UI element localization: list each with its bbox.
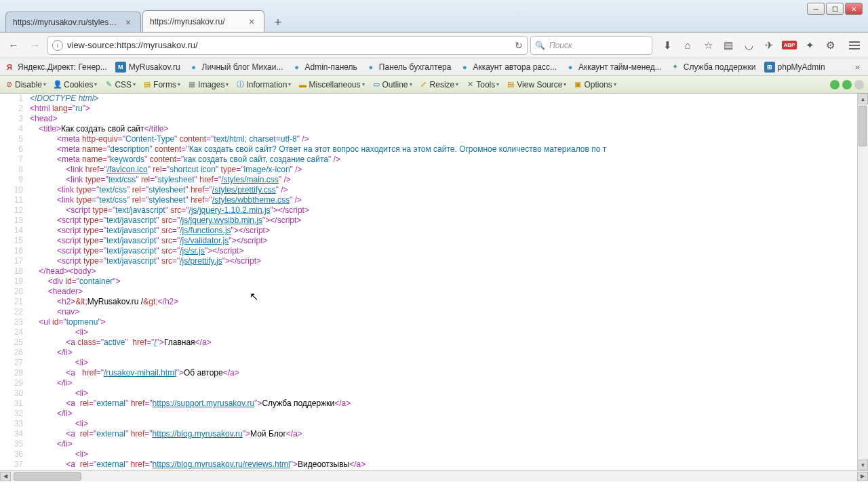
source-line[interactable]: 33 <li>	[0, 419, 868, 429]
source-line[interactable]: 36 <li>	[0, 449, 868, 460]
line-code[interactable]: <script type="text/javascript" src="/js/…	[30, 236, 868, 246]
downloads-icon[interactable]: ⬇	[660, 39, 674, 52]
source-line[interactable]: 1<!DOCTYPE html>	[0, 94, 868, 104]
line-code[interactable]: </li>	[30, 409, 868, 419]
tab-1[interactable]: https://myrusakov.ru/×	[142, 10, 264, 32]
source-line[interactable]: 15 <script type="text/javascript" src="/…	[0, 236, 868, 246]
source-line[interactable]: 13 <script type="text/javascript" src="/…	[0, 216, 868, 226]
url-bar[interactable]: i view-source:https://myrusakov.ru/ ↻	[47, 36, 528, 55]
devtools-icon[interactable]: ⚙	[823, 39, 837, 52]
horizontal-scrollbar[interactable]: ◀ ▶	[0, 470, 868, 481]
source-line[interactable]: 7 <meta name="keywords" content="как соз…	[0, 155, 868, 165]
back-button[interactable]: ←	[4, 36, 23, 55]
site-info-icon[interactable]: i	[52, 40, 63, 51]
source-line[interactable]: 27 <li>	[0, 358, 868, 368]
source-line[interactable]: 32 </li>	[0, 409, 868, 419]
devtool-images[interactable]: ▦Images▾	[187, 80, 229, 89]
line-code[interactable]: <li>	[30, 327, 868, 338]
source-line[interactable]: 17 <script type="text/javascript" src="/…	[0, 256, 868, 266]
bookmark-3[interactable]: ●Admin-панель	[291, 62, 357, 73]
source-line[interactable]: 26 </li>	[0, 348, 868, 358]
maximize-button[interactable]: ☐	[826, 3, 844, 15]
devtool-resize[interactable]: ⤢Resize▾	[419, 80, 459, 89]
line-code[interactable]: <li>	[30, 449, 868, 460]
bookmark-7[interactable]: ✦Служба поддержки	[670, 62, 756, 73]
bookmark-2[interactable]: ●Личный блог Михаи...	[189, 62, 283, 73]
source-line[interactable]: 2<html lang="ru">	[0, 104, 868, 114]
line-code[interactable]: <a rel="external" href="https://blog.myr…	[30, 460, 868, 470]
source-line[interactable]: 22 <nav>	[0, 307, 868, 317]
close-button[interactable]: ✕	[845, 3, 863, 15]
line-code[interactable]: <nav>	[30, 307, 868, 317]
url-text[interactable]: view-source:https://myrusakov.ru/	[67, 40, 511, 50]
minimize-button[interactable]: ─	[807, 3, 825, 15]
vscroll-thumb[interactable]	[859, 106, 867, 146]
source-line[interactable]: 23 <ul id="topmenu">	[0, 317, 868, 327]
devtool-tools[interactable]: ✕Tools▾	[465, 80, 499, 89]
line-code[interactable]: </li>	[30, 439, 868, 449]
line-code[interactable]: <title>Как создать свой сайт</title>	[30, 124, 868, 134]
forward-button[interactable]: →	[26, 36, 45, 55]
source-line[interactable]: 34 <a rel="external" href="https://blog.…	[0, 429, 868, 439]
source-line[interactable]: 11 <link type="text/css" rel="stylesheet…	[0, 195, 868, 205]
line-code[interactable]: <html lang="ru">	[30, 104, 868, 114]
line-code[interactable]: </li>	[30, 348, 868, 358]
library-icon[interactable]: ▤	[722, 39, 735, 52]
line-code[interactable]: <link href="/favicon.ico" rel="shortcut …	[30, 165, 868, 175]
source-line[interactable]: 3<head>	[0, 114, 868, 124]
devtool-forms[interactable]: ▤Forms▾	[142, 80, 180, 89]
line-code[interactable]: <link type="text/css" rel="stylesheet" h…	[30, 195, 868, 205]
bookmark-1[interactable]: MMyRusakov.ru	[115, 62, 180, 73]
line-code[interactable]: <li>	[30, 358, 868, 368]
bookmark-0[interactable]: ЯЯндекс.Директ: Генер...	[4, 62, 107, 73]
vscroll-track[interactable]	[858, 104, 868, 460]
send-icon[interactable]: ✈	[762, 39, 776, 52]
line-code[interactable]: <link type="text/css" rel="stylesheet" h…	[30, 175, 868, 185]
line-code[interactable]: <meta name="keywords" content="как созда…	[30, 155, 868, 165]
line-code[interactable]: <script type="text/javascript" src="/js/…	[30, 226, 868, 236]
source-line[interactable]: 21 <h2>&lt;MyRusakov.ru /&gt;</h2>	[0, 297, 868, 307]
devtool-view source[interactable]: ▤View Source▾	[506, 80, 566, 89]
devtool-outline[interactable]: ▭Outline▾	[372, 80, 412, 89]
source-line[interactable]: 4 <title>Как создать свой сайт</title>	[0, 124, 868, 134]
source-line[interactable]: 31 <a rel="external" href="https://suppo…	[0, 399, 868, 409]
bookmark-5[interactable]: ●Аккаунт автора расс...	[459, 62, 557, 73]
line-code[interactable]: <h2>&lt;MyRusakov.ru /&gt;</h2>	[30, 297, 868, 307]
vertical-scrollbar[interactable]: ▲ ▼	[857, 94, 868, 470]
scroll-down-button[interactable]: ▼	[859, 460, 868, 470]
home-icon[interactable]: ⌂	[681, 39, 694, 52]
bookmark-4[interactable]: ●Панель бухгалтера	[366, 62, 452, 73]
source-line[interactable]: 6 <meta name="description" content="Как …	[0, 144, 868, 155]
extension-icon[interactable]: ✦	[803, 39, 816, 52]
line-code[interactable]: <meta http-equiv="Content-Type" content=…	[30, 134, 868, 144]
source-line[interactable]: 37 <a rel="external" href="https://blog.…	[0, 460, 868, 470]
source-line[interactable]: 19 <div id="container">	[0, 277, 868, 287]
bookmarks-icon[interactable]: ☆	[701, 39, 715, 52]
source-line[interactable]: 16 <script type="text/javascript" src="/…	[0, 246, 868, 256]
search-bar[interactable]: 🔍 Поиск	[530, 36, 652, 55]
line-code[interactable]: <script type="text/javascript" src="/js/…	[30, 246, 868, 256]
line-code[interactable]: <header>	[30, 287, 868, 297]
line-code[interactable]: <a href="/rusakov-mihail.html">Об авторе…	[30, 368, 868, 378]
menu-button[interactable]	[845, 36, 864, 55]
source-line[interactable]: 29 </li>	[0, 378, 868, 388]
source-line[interactable]: 20 <header>	[0, 287, 868, 297]
devtool-cookies[interactable]: 👤Cookies▾	[53, 80, 97, 89]
line-code[interactable]: <a class="active" href="/">Главная</a>	[30, 338, 868, 348]
line-code[interactable]: <div id="container">	[30, 277, 868, 287]
tab-close-icon[interactable]: ×	[123, 17, 134, 28]
scroll-right-button[interactable]: ▶	[857, 472, 868, 481]
line-code[interactable]: <li>	[30, 388, 868, 399]
source-line[interactable]: 9 <link type="text/css" rel="stylesheet"…	[0, 175, 868, 185]
line-code[interactable]: <li>	[30, 419, 868, 429]
line-code[interactable]: <script type="text/javascript" src="/js/…	[30, 216, 868, 226]
abp-icon[interactable]: ABP	[783, 39, 796, 52]
devtool-css[interactable]: ✎CSS▾	[104, 80, 136, 89]
scroll-up-button[interactable]: ▲	[859, 94, 868, 104]
devtool-disable[interactable]: ⊘Disable▾	[4, 80, 46, 89]
hscroll-thumb[interactable]	[14, 472, 81, 481]
source-line[interactable]: 5 <meta http-equiv="Content-Type" conten…	[0, 134, 868, 144]
line-code[interactable]: <meta name="description" content="Как со…	[30, 144, 868, 155]
source-line[interactable]: 12 <script type="text/javascript" src="/…	[0, 205, 868, 216]
source-view[interactable]: 1<!DOCTYPE html>2<html lang="ru">3<head>…	[0, 94, 868, 470]
